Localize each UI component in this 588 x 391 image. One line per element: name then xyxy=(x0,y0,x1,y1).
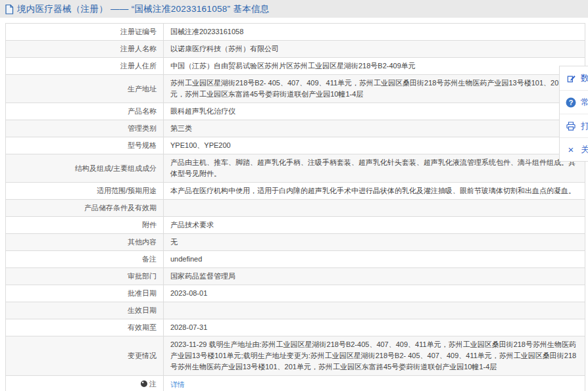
row-value-text: 国械注准20233161058 xyxy=(170,28,243,35)
row-value: 中国（江苏）自由贸易试验区苏州片区苏州工业园区星湖街218号B2-409单元 xyxy=(164,58,585,75)
row-label-text: 生产地址 xyxy=(128,85,157,93)
row-label-text: 注册人名称 xyxy=(120,45,157,53)
table-row: 备注undefined xyxy=(6,251,585,268)
row-value xyxy=(164,302,585,319)
row-label-text: 注册人住所 xyxy=(120,62,157,70)
row-value: 以诺康医疗科技（苏州）有限公司 xyxy=(164,41,585,58)
row-label: 生产地址 xyxy=(6,75,164,103)
row-label: 注册人住所 xyxy=(6,58,164,75)
document-icon xyxy=(5,4,14,14)
table-row: 生效日期 xyxy=(6,302,585,319)
side-tool-panel: 数据纠错 ? 常见问题 打印 × 关闭 xyxy=(559,66,588,162)
row-label: 管理类别 xyxy=(6,120,164,137)
row-value-text: 2028-07-31 xyxy=(170,323,207,331)
row-label: 注册证编号 xyxy=(6,24,164,41)
row-value-text: 以诺康医疗科技（苏州）有限公司 xyxy=(170,45,279,53)
row-value: YPE100、YPE200 xyxy=(164,137,585,154)
print-label: 打印 xyxy=(581,120,588,132)
row-value-text: 本产品在医疗机构中使用，适用于白内障的超声乳化手术中进行晶状体的乳化及灌注抽吸、… xyxy=(170,187,576,195)
table-row: 注册人住所中国（江苏）自由贸易试验区苏州片区苏州工业园区星湖街218号B2-40… xyxy=(6,58,585,75)
edit-icon xyxy=(566,73,576,83)
faq-label: 常见问题 xyxy=(581,97,588,108)
row-value-text: 国家药品监督管理局 xyxy=(170,272,235,280)
close-button[interactable]: × 关闭 xyxy=(560,137,588,161)
row-value-text: 第三类 xyxy=(170,124,192,132)
row-label: 其他内容 xyxy=(6,234,164,251)
row-label-text: 结构及组成/主要组成成分 xyxy=(75,164,157,172)
row-label-text: 注 xyxy=(149,380,157,388)
row-label: 产品储存条件及有效期 xyxy=(6,200,164,217)
question-icon: ? xyxy=(566,97,576,108)
row-label: 批准日期 xyxy=(6,285,164,302)
row-value: 本产品在医疗机构中使用，适用于白内障的超声乳化手术中进行晶状体的乳化及灌注抽吸、… xyxy=(164,183,585,200)
row-label-text: 注册证编号 xyxy=(120,28,157,35)
row-label: 附件 xyxy=(6,217,164,234)
table-row: 结构及组成/主要组成成分产品由主机、推车、脚踏、超声乳化手柄、注吸手柄套装、超声… xyxy=(6,154,585,183)
table-row: 变更情况2023-11-29 载明生产地址由:苏州工业园区星湖街218号B2-4… xyxy=(6,336,585,376)
row-label: 适用范围/预期用途 xyxy=(6,183,164,200)
row-label-text: 产品储存条件及有效期 xyxy=(84,204,157,212)
table-row: 批准日期2023-08-01 xyxy=(6,285,585,302)
detail-link[interactable]: 详情 xyxy=(170,380,185,388)
row-label: 有效期至 xyxy=(6,319,164,336)
row-value-text: 2023-08-01 xyxy=(170,289,207,297)
row-value: 国械注准20233161058 xyxy=(164,24,585,41)
table-row: 产品储存条件及有效期 xyxy=(6,200,585,217)
row-label-text: 审批部门 xyxy=(128,272,157,280)
row-value-text: YPE100、YPE200 xyxy=(170,141,231,149)
row-label-text: 有效期至 xyxy=(128,323,157,331)
print-button[interactable]: 打印 xyxy=(560,114,588,137)
data-correction-button[interactable]: 数据纠错 xyxy=(560,66,588,90)
row-label-text: 产品名称 xyxy=(128,107,157,115)
table-row: 其他内容无 xyxy=(6,234,585,251)
row-label-text: 批准日期 xyxy=(128,289,157,297)
row-value-text: 2023-11-29 载明生产地址由:苏州工业园区星湖街218号B2-405、4… xyxy=(170,340,576,371)
row-value: 产品由主机、推车、脚踏、超声乳化手柄、注吸手柄套装、超声乳化针头套装、超声乳化液… xyxy=(164,154,585,183)
row-label: 注册人名称 xyxy=(6,41,164,58)
row-value-text: 无 xyxy=(170,238,178,246)
row-label-text: 型号规格 xyxy=(128,141,157,149)
table-row: 审批部门国家药品监督管理局 xyxy=(6,268,585,285)
row-label-text: 管理类别 xyxy=(128,124,157,132)
svg-text:?: ? xyxy=(569,98,574,106)
row-value-text: 产品技术要求 xyxy=(170,221,214,229)
row-label: 生效日期 xyxy=(6,302,164,319)
close-icon: × xyxy=(566,145,576,155)
row-value-text: 产品由主机、推车、脚踏、超声乳化手柄、注吸手柄套装、超声乳化针头套装、超声乳化液… xyxy=(170,158,576,177)
data-correction-label: 数据纠错 xyxy=(581,72,588,84)
page: 境内医疗器械（注册） —— “国械注准20233161058” 基本信息 注册证… xyxy=(0,0,588,391)
row-value: 产品技术要求 xyxy=(164,217,585,234)
row-value: undefined xyxy=(164,251,585,268)
row-value: 无 xyxy=(164,234,585,251)
registration-info-table: 注册证编号国械注准20233161058注册人名称以诺康医疗科技（苏州）有限公司… xyxy=(5,23,585,391)
row-value-text: 中国（江苏）自由贸易试验区苏州片区苏州工业园区星湖街218号B2-409单元 xyxy=(170,62,416,70)
row-label: 审批部门 xyxy=(6,268,164,285)
row-label: 注 xyxy=(6,376,164,391)
table-row: 注册证编号国械注准20233161058 xyxy=(6,24,585,41)
row-value: 2023-11-29 载明生产地址由:苏州工业园区星湖街218号B2-405、4… xyxy=(164,336,585,376)
info-table-body: 注册证编号国械注准20233161058注册人名称以诺康医疗科技（苏州）有限公司… xyxy=(6,24,585,391)
row-value: 国家药品监督管理局 xyxy=(164,268,585,285)
note-icon xyxy=(140,380,148,391)
row-value xyxy=(164,200,585,217)
table-row: 管理类别第三类 xyxy=(6,120,585,137)
row-value: 2028-07-31 xyxy=(164,319,585,336)
row-label: 产品名称 xyxy=(6,103,164,120)
row-value: 2023-08-01 xyxy=(164,285,585,302)
row-label-text: 备注 xyxy=(142,255,157,263)
table-row: 有效期至2028-07-31 xyxy=(6,319,585,336)
table-row: 注册人名称以诺康医疗科技（苏州）有限公司 xyxy=(6,41,585,58)
table-row: 注详情 xyxy=(6,376,585,391)
printer-icon xyxy=(566,121,576,131)
row-value: 眼科超声乳化治疗仪 xyxy=(164,103,585,120)
row-value-text: 眼科超声乳化治疗仪 xyxy=(170,107,235,115)
table-row: 产品名称眼科超声乳化治疗仪 xyxy=(6,103,585,120)
row-value: 第三类 xyxy=(164,120,585,137)
row-label-text: 其他内容 xyxy=(128,238,157,246)
page-header: 境内医疗器械（注册） —— “国械注准20233161058” 基本信息 xyxy=(0,0,588,18)
row-label-text: 生效日期 xyxy=(128,306,157,314)
row-label: 结构及组成/主要组成成分 xyxy=(6,154,164,183)
row-value-text: 苏州工业园区星湖街218号B2- 405、407、409、411单元，苏州工业园… xyxy=(170,79,570,98)
table-row: 适用范围/预期用途本产品在医疗机构中使用，适用于白内障的超声乳化手术中进行晶状体… xyxy=(6,183,585,200)
faq-button[interactable]: ? 常见问题 xyxy=(560,90,588,114)
